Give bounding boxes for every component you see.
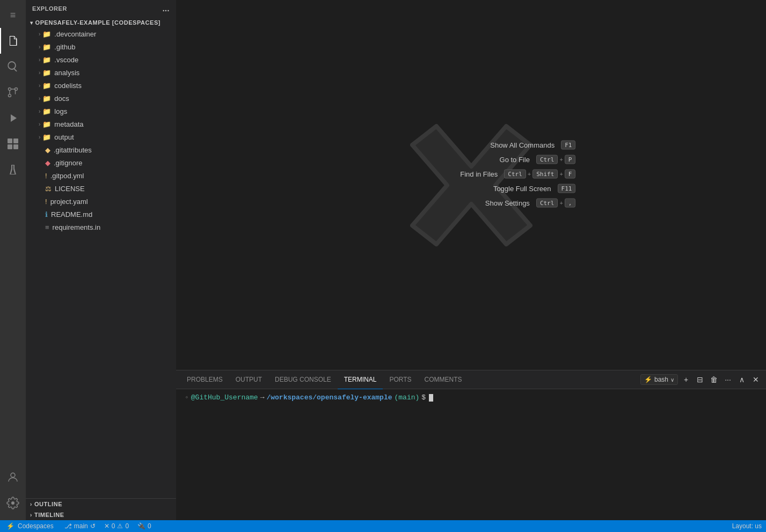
- yaml-excl-icon: !: [45, 196, 47, 208]
- list-item[interactable]: ! project.yaml: [26, 195, 176, 208]
- list-item[interactable]: ! .gitpod.yml: [26, 170, 176, 183]
- tab-debug-console-label: DEBUG CONSOLE: [275, 376, 331, 383]
- errors-warnings-button[interactable]: ✕ 0 ⚠ 0: [100, 520, 133, 532]
- tab-output[interactable]: OUTPUT: [229, 370, 268, 389]
- ports-button[interactable]: 🔌 0: [133, 520, 156, 532]
- tab-problems-label: PROBLEMS: [187, 376, 223, 383]
- list-item[interactable]: ℹ README.md: [26, 208, 176, 221]
- close-icon: ✕: [753, 375, 759, 384]
- search-button[interactable]: [0, 54, 26, 79]
- folder-icon: 📁: [42, 106, 51, 118]
- svg-rect-3: [8, 139, 12, 143]
- list-item[interactable]: › 📁 metadata: [26, 118, 176, 131]
- gitignore-icon: ◆: [45, 157, 50, 169]
- branch-icon: ⎇: [64, 522, 72, 530]
- sidebar-more-icon[interactable]: ...: [163, 4, 170, 13]
- codespaces-label: Codespaces: [18, 522, 54, 530]
- settings-button[interactable]: [0, 490, 26, 516]
- command-label: Go to File: [425, 155, 529, 163]
- menu-button[interactable]: ≡: [0, 2, 26, 28]
- layout-button[interactable]: Layout: us: [728, 522, 766, 530]
- list-item[interactable]: › 📁 output: [26, 131, 176, 144]
- maximize-panel-button[interactable]: ∧: [736, 374, 748, 385]
- list-item[interactable]: › 📁 .devcontainer: [26, 28, 176, 41]
- folder-icon: 📁: [42, 80, 51, 92]
- split-terminal-button[interactable]: ⊟: [694, 374, 706, 385]
- tab-terminal[interactable]: TERMINAL: [338, 370, 383, 389]
- main-layout: Explorer ... ▾ OPENSAFELY-EXAMPLE [CODES…: [26, 0, 766, 520]
- accounts-button[interactable]: [0, 464, 26, 490]
- list-item[interactable]: › 📁 .vscode: [26, 54, 176, 67]
- timeline-panel-header[interactable]: › TIMELINE: [26, 509, 176, 520]
- tab-debug-console[interactable]: DEBUG CONSOLE: [268, 370, 338, 389]
- terminal-content[interactable]: ◦ @GitHub_Username → /workspaces/opensaf…: [176, 389, 766, 520]
- tab-comments-label: COMMENTS: [425, 376, 462, 383]
- list-item[interactable]: › 📁 codelists: [26, 79, 176, 92]
- testing-button[interactable]: [0, 157, 26, 183]
- terminal-dot: ◦: [185, 393, 189, 402]
- project-chevron-icon: ▾: [30, 20, 33, 26]
- yaml-excl-icon: !: [45, 170, 47, 182]
- timeline-chevron-icon: ›: [30, 512, 32, 518]
- list-item[interactable]: ⚖ LICENSE: [26, 183, 176, 195]
- outline-panel-header[interactable]: › OUTLINE: [26, 499, 176, 509]
- source-control-button[interactable]: [0, 79, 26, 105]
- chevron-right-icon: ›: [39, 54, 40, 66]
- branch-button[interactable]: ⎇ main ↺: [60, 520, 100, 532]
- warning-icon: ⚠: [117, 522, 123, 530]
- more-icon: ···: [725, 375, 731, 384]
- project-section-title[interactable]: ▾ OPENSAFELY-EXAMPLE [CODESPACES]: [26, 17, 176, 28]
- list-item[interactable]: ◆ .gitattributes: [26, 144, 176, 157]
- file-tree: › 📁 .devcontainer › 📁 .github › 📁 .vscod…: [26, 28, 176, 498]
- list-item[interactable]: › 📁 logs: [26, 105, 176, 118]
- license-icon: ⚖: [45, 183, 52, 195]
- key: Ctrl: [504, 169, 526, 178]
- file-name: .gitattributes: [54, 144, 92, 156]
- sync-icon: ↺: [90, 522, 96, 530]
- file-name: metadata: [54, 119, 83, 130]
- terminal-dollar: $: [421, 393, 426, 402]
- command-label: Find in Files: [425, 170, 498, 178]
- close-panel-button[interactable]: ✕: [750, 374, 762, 385]
- list-item[interactable]: ≡ requirements.in: [26, 221, 176, 234]
- extensions-button[interactable]: [0, 131, 26, 157]
- panel-actions: ⚡ bash ∨ + ⊟ 🗑 ···: [640, 374, 762, 385]
- status-right: Layout: us: [728, 522, 766, 530]
- file-name: project.yaml: [50, 196, 88, 208]
- list-item[interactable]: › 📁 docs: [26, 92, 176, 105]
- folder-icon: 📁: [42, 119, 51, 130]
- warnings-count: 0: [125, 522, 129, 530]
- run-debug-button[interactable]: [0, 105, 26, 131]
- list-item[interactable]: ◆ .gitignore: [26, 157, 176, 170]
- codespaces-button[interactable]: ⚡ Codespaces: [0, 520, 60, 532]
- list-item[interactable]: › 📁 analysis: [26, 67, 176, 79]
- tab-ports[interactable]: PORTS: [383, 370, 418, 389]
- svg-point-7: [11, 473, 15, 477]
- svg-point-0: [9, 88, 11, 91]
- bash-shell-button[interactable]: ⚡ bash ∨: [640, 374, 678, 385]
- sidebar-header-icons: ...: [163, 4, 170, 13]
- list-item[interactable]: › 📁 .github: [26, 41, 176, 54]
- panel-tabs: PROBLEMS OUTPUT DEBUG CONSOLE TERMINAL P…: [176, 370, 766, 389]
- terminal-line: ◦ @GitHub_Username → /workspaces/opensaf…: [185, 393, 757, 402]
- more-actions-button[interactable]: ···: [722, 374, 734, 385]
- explorer-button[interactable]: [0, 28, 26, 54]
- file-name: .gitpod.yml: [50, 170, 84, 182]
- shell-chevron-icon: ∨: [670, 377, 674, 383]
- command-label: Show Settings: [425, 199, 529, 207]
- key: P: [565, 155, 576, 164]
- command-keys: Ctrl + P: [536, 155, 576, 164]
- ports-count: 0: [148, 522, 151, 530]
- file-name: requirements.in: [53, 222, 101, 234]
- svg-rect-5: [8, 144, 12, 149]
- kill-terminal-button[interactable]: 🗑: [708, 374, 720, 385]
- sidebar-bottom: › OUTLINE › TIMELINE: [26, 498, 176, 520]
- tab-problems[interactable]: PROBLEMS: [180, 370, 229, 389]
- chevron-right-icon: ›: [39, 132, 40, 143]
- chevron-right-icon: ›: [39, 41, 40, 53]
- add-terminal-button[interactable]: +: [680, 374, 692, 385]
- tab-comments[interactable]: COMMENTS: [418, 370, 469, 389]
- terminal-branch: (main): [395, 393, 420, 402]
- file-name: .devcontainer: [54, 28, 96, 40]
- folder-icon: 📁: [42, 54, 51, 66]
